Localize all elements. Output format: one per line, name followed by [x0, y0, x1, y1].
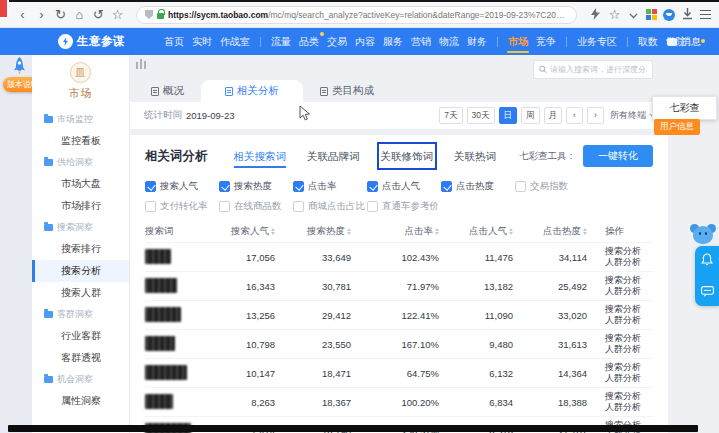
bell-icon[interactable]: [701, 252, 713, 270]
tab-概况[interactable]: 概况: [134, 80, 201, 102]
action-link-搜索分析[interactable]: 搜索分析: [605, 362, 653, 373]
metric-checkbox-点击率[interactable]: 点击率: [293, 180, 367, 193]
action-link-人群分析[interactable]: 人群分析: [605, 286, 653, 297]
cell-keyword-redacted: [145, 249, 207, 266]
action-link-搜索分析[interactable]: 搜索分析: [605, 275, 653, 286]
download-icon[interactable]: [681, 8, 694, 22]
column-header-操作: 操作: [597, 225, 653, 238]
sidebar-item-行业客群[interactable]: 行业客群: [32, 325, 129, 347]
date-prev-button[interactable]: ‹: [566, 107, 583, 124]
video-progress-bar[interactable]: [8, 425, 698, 432]
home-icon[interactable]: ⌂: [73, 8, 86, 21]
date-next-button[interactable]: ›: [587, 107, 604, 124]
url-bar[interactable]: https://sycm.taobao.com/mc/mq/search_ana…: [136, 6, 577, 24]
panel-tab-关联品牌词[interactable]: 关联品牌词: [307, 146, 360, 166]
stat-date-value[interactable]: 2019-09-23: [186, 110, 235, 121]
action-link-人群分析[interactable]: 人群分析: [605, 315, 653, 326]
metric-checkbox-点击热度[interactable]: 点击热度: [441, 180, 515, 193]
sidebar-item-搜索排行[interactable]: 搜索排行: [32, 238, 129, 260]
nav-item-实时[interactable]: 实时: [191, 28, 213, 55]
search-input[interactable]: [550, 65, 647, 74]
one-key-convert-button[interactable]: 一键转化: [583, 145, 653, 167]
chevron-down-icon[interactable]: [627, 8, 640, 21]
sidebar-item-市场大盘[interactable]: 市场大盘: [32, 173, 129, 195]
date-range-button-周[interactable]: 周: [521, 107, 540, 124]
metric-checkbox-搜索人气[interactable]: 搜索人气: [145, 180, 219, 193]
metric-checkbox-交易指数[interactable]: 交易指数: [515, 180, 589, 193]
panel-tab-关联热词[interactable]: 关联热词: [454, 146, 496, 166]
tab-类目构成[interactable]: 类目构成: [303, 80, 391, 102]
sidebar-item-监控看板[interactable]: 监控看板: [32, 130, 129, 152]
panel-tab-关联修饰词[interactable]: 关联修饰词: [381, 146, 434, 166]
metric-checkbox-点击人气[interactable]: 点击人气: [367, 180, 441, 193]
sort-icon[interactable]: [435, 228, 439, 235]
metric-checkbox-支付转化率[interactable]: 支付转化率: [145, 200, 219, 213]
sidebar-item-搜索人群[interactable]: 搜索人群: [32, 282, 129, 304]
date-range-button-日[interactable]: 日: [499, 107, 518, 124]
sort-icon[interactable]: [583, 228, 587, 235]
back-icon[interactable]: ‹: [16, 8, 29, 21]
nav-item-作战室[interactable]: 作战室: [219, 28, 251, 55]
action-link-搜索分析[interactable]: 搜索分析: [605, 304, 653, 315]
action-link-人群分析[interactable]: 人群分析: [605, 402, 653, 413]
column-header-搜索人气[interactable]: 搜索人气: [207, 225, 285, 238]
column-header-点击率[interactable]: 点击率: [361, 225, 449, 238]
action-link-搜索分析[interactable]: 搜索分析: [605, 391, 653, 402]
action-link-人群分析[interactable]: 人群分析: [605, 344, 653, 355]
sidebar-item-客群透视[interactable]: 客群透视: [32, 347, 129, 369]
column-header-点击热度[interactable]: 点击热度: [523, 225, 597, 238]
mascot-icon[interactable]: [690, 224, 716, 246]
nav-item-物流[interactable]: 物流: [438, 28, 460, 55]
action-link-搜索分析[interactable]: 搜索分析: [605, 246, 653, 257]
nav-item-交易[interactable]: 交易: [326, 28, 348, 55]
column-header-点击人气[interactable]: 点击人气: [449, 225, 523, 238]
action-link-人群分析[interactable]: 人群分析: [605, 373, 653, 384]
metric-checkbox-搜索热度[interactable]: 搜索热度: [219, 180, 293, 193]
apps-grid-icon[interactable]: [646, 9, 657, 20]
keyword-search[interactable]: [533, 60, 653, 79]
tab-相关分析[interactable]: 相关分析: [201, 80, 303, 102]
favorite-star-icon[interactable]: ☆: [608, 8, 621, 21]
action-link-搜索分析[interactable]: 搜索分析: [605, 333, 653, 344]
nav-item-流量[interactable]: 流量: [270, 28, 292, 55]
forward-icon[interactable]: ›: [35, 8, 48, 21]
nav-item-竞争[interactable]: 竞争: [535, 28, 557, 55]
sidebar-item-市场排行[interactable]: 市场排行: [32, 195, 129, 217]
sort-icon[interactable]: [347, 228, 351, 235]
nav-item-取数[interactable]: 取数: [637, 28, 659, 55]
refresh-icon[interactable]: ↻: [54, 8, 67, 21]
extension-user-info-button[interactable]: 用户信息: [654, 119, 700, 135]
brand[interactable]: 生意参谋: [58, 34, 125, 49]
nav-item-品类[interactable]: 品类: [298, 28, 320, 55]
sort-icon[interactable]: [271, 228, 275, 235]
nav-item-首页[interactable]: 首页: [163, 28, 185, 55]
column-header-搜索热度[interactable]: 搜索热度: [285, 225, 361, 238]
sidebar-item-搜索分析[interactable]: 搜索分析: [32, 260, 129, 282]
terminal-dropdown[interactable]: 所有终端: [610, 109, 654, 122]
nav-item-营销[interactable]: 营销: [410, 28, 432, 55]
metric-checkbox-直通车参考价[interactable]: 直通车参考价: [367, 200, 441, 213]
nav-item-市场[interactable]: 市场: [507, 28, 529, 55]
sidebar-item-属性洞察[interactable]: 属性洞察: [32, 390, 129, 412]
nav-item-服务[interactable]: 服务: [382, 28, 404, 55]
browser-toolbar: ‹ › ↻ ⌂ ↺ ☆ https://sycm.taobao.com/mc/m…: [0, 2, 719, 28]
metric-checkbox-商城点击占比[interactable]: 商城点击占比: [293, 200, 367, 213]
sort-icon[interactable]: [509, 228, 513, 235]
date-range-button-月[interactable]: 月: [544, 107, 563, 124]
user-messages[interactable]: 消息: [667, 35, 707, 49]
bookmark-star-icon[interactable]: ☆: [111, 8, 124, 21]
metric-checkbox-在线商品数[interactable]: 在线商品数: [219, 200, 293, 213]
browser-menu-icon[interactable]: [700, 10, 711, 19]
action-link-人群分析[interactable]: 人群分析: [605, 257, 653, 268]
messenger-icon[interactable]: [663, 9, 675, 21]
panel-tab-相关搜索词[interactable]: 相关搜索词: [234, 146, 287, 166]
nav-item-财务[interactable]: 财务: [466, 28, 488, 55]
table-row: 8,26318,367100.20%6,83418,388搜索分析人群分析: [145, 387, 653, 416]
date-range-button-30天[interactable]: 30天: [467, 107, 495, 124]
undo-icon[interactable]: ↺: [92, 8, 105, 21]
flash-plugin-icon[interactable]: [589, 8, 602, 22]
nav-item-业务专区[interactable]: 业务专区: [576, 28, 618, 55]
chat-icon[interactable]: [701, 283, 714, 301]
nav-item-内容[interactable]: 内容: [354, 28, 376, 55]
date-range-button-7天[interactable]: 7天: [439, 107, 462, 124]
